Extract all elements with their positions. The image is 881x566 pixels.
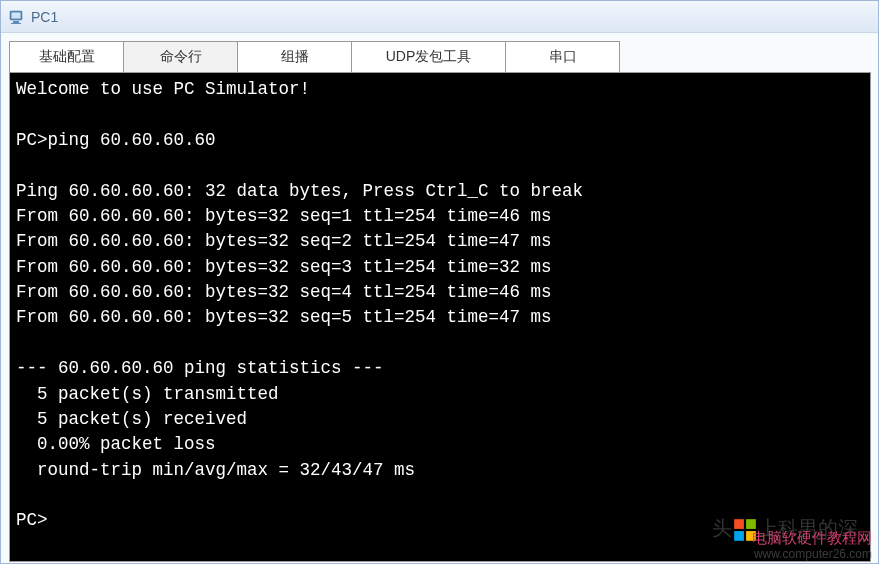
terminal-welcome: Welcome to use PC Simulator! — [16, 79, 310, 99]
tab-serial[interactable]: 串口 — [505, 41, 620, 73]
ping-reply: From 60.60.60.60: bytes=32 seq=2 ttl=254… — [16, 231, 552, 251]
pc-icon — [7, 8, 25, 26]
ping-reply: From 60.60.60.60: bytes=32 seq=4 ttl=254… — [16, 282, 552, 302]
stats-line: round-trip min/avg/max = 32/43/47 ms — [16, 460, 415, 480]
window-title: PC1 — [31, 9, 58, 25]
app-window: PC1 基础配置 命令行 组播 UDP发包工具 串口 Welcome to us… — [0, 0, 879, 564]
titlebar: PC1 — [1, 1, 878, 33]
terminal-prompt-ping: PC>ping 60.60.60.60 — [16, 130, 216, 150]
ping-reply: From 60.60.60.60: bytes=32 seq=3 ttl=254… — [16, 257, 552, 277]
watermark-site-name: 电脑软硬件教程网 — [752, 528, 872, 548]
stats-line: 5 packet(s) transmitted — [16, 384, 279, 404]
ping-reply: From 60.60.60.60: bytes=32 seq=5 ttl=254… — [16, 307, 552, 327]
tab-multicast[interactable]: 组播 — [237, 41, 352, 73]
terminal-prompt: PC> — [16, 510, 48, 530]
svg-rect-6 — [734, 531, 744, 541]
stats-line: 5 packet(s) received — [16, 409, 247, 429]
svg-rect-2 — [13, 21, 19, 23]
tab-basic-config[interactable]: 基础配置 — [9, 41, 124, 73]
svg-rect-3 — [11, 23, 21, 24]
tab-command-line[interactable]: 命令行 — [123, 41, 238, 73]
ping-reply: From 60.60.60.60: bytes=32 seq=1 ttl=254… — [16, 206, 552, 226]
stats-line: 0.00% packet loss — [16, 434, 216, 454]
ping-header: Ping 60.60.60.60: 32 data bytes, Press C… — [16, 181, 583, 201]
tab-udp-tool[interactable]: UDP发包工具 — [351, 41, 506, 73]
svg-rect-4 — [734, 519, 744, 529]
tab-bar: 基础配置 命令行 组播 UDP发包工具 串口 — [9, 41, 870, 73]
terminal-output[interactable]: Welcome to use PC Simulator! PC>ping 60.… — [9, 72, 871, 562]
stats-header: --- 60.60.60.60 ping statistics --- — [16, 358, 384, 378]
watermark-site-url: www.computer26.com — [752, 547, 872, 563]
content-area: 基础配置 命令行 组播 UDP发包工具 串口 Welcome to use PC… — [1, 33, 878, 566]
watermark-site: 电脑软硬件教程网 www.computer26.com — [752, 528, 872, 563]
svg-rect-1 — [12, 12, 21, 18]
